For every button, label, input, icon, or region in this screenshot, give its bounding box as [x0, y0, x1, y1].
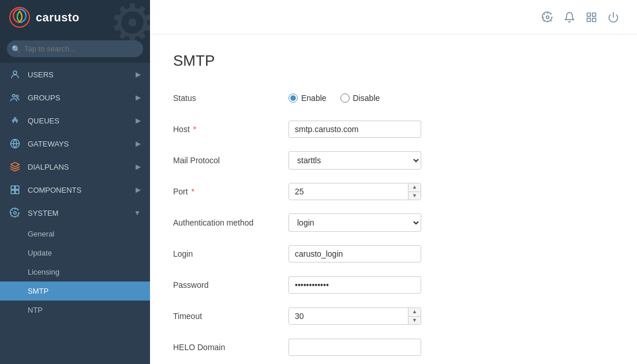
chevron-right-icon: ▶: [136, 93, 141, 102]
sidebar-header: carusto ⚙: [0, 0, 150, 35]
login-row: Login: [173, 243, 614, 265]
svg-point-1: [13, 71, 17, 74]
sidebar-item-users[interactable]: USERS ▶: [0, 63, 150, 86]
svg-rect-15: [587, 13, 591, 16]
sidebar-item-system[interactable]: SYSTEM ▼: [0, 201, 150, 224]
login-label: Login: [173, 249, 288, 258]
sidebar-label-dialplans: DIALPLANS: [28, 163, 69, 171]
dialplan-icon: [9, 161, 21, 172]
host-label: Host *: [173, 125, 288, 134]
page-title: SMTP: [173, 52, 614, 70]
sidebar-label-groups: GROUPS: [28, 93, 60, 102]
sidebar-item-components[interactable]: COMPONENTS ▶: [0, 178, 150, 201]
logo-text: carusto: [36, 11, 80, 24]
sidebar-item-gateways[interactable]: GATEWAYS ▶: [0, 132, 150, 155]
grid-button[interactable]: [582, 7, 601, 27]
svg-point-13: [14, 212, 17, 215]
mail-protocol-row: Mail Protocol starttls ssl none: [173, 149, 614, 171]
password-row: Password: [173, 274, 614, 296]
sidebar: carusto ⚙ 🔍 USERS ▶ GROUPS ▶: [0, 0, 150, 364]
status-enable-label: Enable: [301, 93, 327, 103]
sidebar-label-components: COMPONENTS: [28, 186, 81, 194]
mail-protocol-select[interactable]: starttls ssl none: [288, 151, 421, 170]
host-input[interactable]: [288, 121, 421, 138]
topbar: [150, 0, 637, 35]
helo-input[interactable]: [288, 339, 421, 356]
settings-button[interactable]: [538, 7, 557, 27]
page-body: SMTP Status Enable Disable Host *: [150, 35, 637, 364]
timeout-increment-button[interactable]: ▲: [409, 308, 421, 317]
sidebar-subitem-smtp[interactable]: SMTP: [0, 282, 150, 301]
mail-protocol-label: Mail Protocol: [173, 156, 288, 165]
status-radio-group: Enable Disable: [288, 93, 380, 103]
sidebar-subitem-label-smtp: SMTP: [28, 287, 48, 295]
port-required: *: [192, 187, 194, 196]
login-input[interactable]: [288, 245, 421, 262]
chevron-right-icon: ▶: [136, 163, 141, 171]
svg-rect-17: [587, 18, 591, 21]
queues-icon: [9, 115, 21, 126]
svg-rect-12: [16, 190, 19, 194]
power-button[interactable]: [604, 7, 623, 27]
gateway-icon: [9, 138, 21, 149]
svg-rect-11: [11, 190, 14, 194]
timeout-label: Timeout: [173, 312, 288, 321]
notifications-button[interactable]: [560, 7, 579, 27]
search-container: 🔍: [0, 35, 150, 63]
svg-point-14: [546, 16, 549, 18]
svg-rect-18: [593, 18, 596, 21]
sidebar-item-groups[interactable]: GROUPS ▶: [0, 86, 150, 109]
svg-point-2: [13, 95, 16, 97]
timeout-input[interactable]: [289, 308, 408, 324]
timeout-decrement-button[interactable]: ▼: [409, 317, 421, 325]
main-content: SMTP Status Enable Disable Host *: [150, 0, 637, 364]
user-icon: [9, 69, 21, 80]
svg-rect-9: [11, 186, 14, 189]
port-input[interactable]: [289, 183, 408, 200]
auth-method-label: Authentication method: [173, 218, 288, 227]
status-disable-option[interactable]: Disable: [340, 93, 380, 103]
svg-rect-16: [593, 13, 596, 16]
port-spinner: ▲ ▼: [288, 183, 421, 200]
helo-row: HELO Domain: [173, 336, 614, 358]
port-row: Port * ▲ ▼: [173, 181, 614, 202]
sidebar-label-users: USERS: [28, 70, 54, 79]
sidebar-subitem-label-general: General: [28, 230, 54, 238]
sidebar-subitem-ntp[interactable]: NTP: [0, 301, 150, 320]
status-disable-radio[interactable]: [340, 93, 350, 103]
sidebar-subitem-label-licensing: Licensing: [28, 268, 59, 276]
host-required: *: [193, 125, 196, 134]
password-input[interactable]: [288, 276, 421, 294]
helo-label: HELO Domain: [173, 343, 288, 352]
port-increment-button[interactable]: ▲: [409, 183, 421, 192]
port-decrement-button[interactable]: ▼: [409, 192, 421, 200]
sidebar-label-gateways: GATEWAYS: [28, 140, 69, 148]
sidebar-subitem-label-ntp: NTP: [28, 306, 43, 314]
sidebar-label-system: SYSTEM: [28, 209, 58, 217]
sidebar-subitem-label-update: Update: [28, 249, 52, 257]
timeout-row: Timeout ▲ ▼: [173, 305, 614, 327]
status-label: Status: [173, 93, 288, 103]
auth-method-select[interactable]: login plain none: [288, 213, 421, 232]
sidebar-subitem-update[interactable]: Update: [0, 243, 150, 262]
host-row: Host *: [173, 118, 614, 140]
chevron-right-icon: ▶: [136, 70, 141, 78]
sidebar-item-dialplans[interactable]: DIALPLANS ▶: [0, 155, 150, 178]
chevron-right-icon: ▶: [136, 117, 141, 125]
sidebar-item-queues[interactable]: QUEUES ▶: [0, 109, 150, 132]
status-row: Status Enable Disable: [173, 87, 614, 109]
search-input[interactable]: [7, 40, 143, 57]
logo-icon: [9, 7, 30, 28]
svg-point-3: [16, 95, 18, 97]
auth-method-row: Authentication method login plain none: [173, 212, 614, 234]
sidebar-subitem-licensing[interactable]: Licensing: [0, 262, 150, 282]
components-icon: [9, 184, 21, 196]
status-enable-option[interactable]: Enable: [288, 93, 327, 103]
chevron-down-icon: ▼: [134, 209, 141, 217]
status-enable-radio[interactable]: [288, 93, 298, 103]
svg-rect-10: [16, 186, 19, 189]
chevron-right-icon: ▶: [136, 140, 141, 148]
chevron-right-icon: ▶: [136, 186, 141, 194]
port-label: Port *: [173, 187, 288, 196]
sidebar-subitem-general[interactable]: General: [0, 224, 150, 243]
